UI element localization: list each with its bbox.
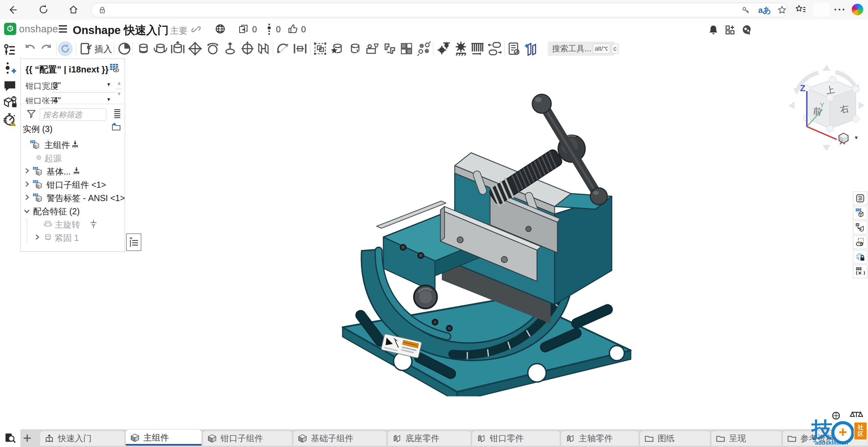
spring-icon[interactable] xyxy=(470,41,485,56)
tree-row[interactable]: 钳口子组件 <1> xyxy=(21,178,125,191)
link-icon[interactable] xyxy=(191,25,201,34)
filter-by-name-input[interactable] xyxy=(40,109,106,121)
scroll-up-icon[interactable]: ▲ xyxy=(117,80,122,86)
cylindrical-mate-icon[interactable] xyxy=(240,41,255,56)
expand-chevron-icon[interactable] xyxy=(23,167,31,175)
simulation-icon[interactable] xyxy=(453,41,468,56)
copies-icon[interactable] xyxy=(238,23,249,34)
thumbs-up-icon[interactable] xyxy=(288,23,298,34)
ball-mate-icon[interactable] xyxy=(205,41,220,56)
performance-icon[interactable] xyxy=(3,113,17,127)
ai-advisor-icon[interactable] xyxy=(741,24,752,36)
tree-row-mate-features[interactable]: 配合特征 (2) xyxy=(21,205,125,218)
tab-search-cell[interactable] xyxy=(0,429,20,447)
view-options-caret-icon[interactable]: ▼ xyxy=(854,135,859,140)
limit-rotate-icon[interactable] xyxy=(275,41,290,56)
tree-row[interactable]: 警告标签 - ANSI <1> xyxy=(21,192,125,204)
box-select-icon[interactable] xyxy=(313,41,328,56)
versions-icon[interactable] xyxy=(3,62,17,76)
hamburger-menu-icon[interactable] xyxy=(58,24,68,33)
named-positions-icon[interactable] xyxy=(365,41,380,56)
scroll-down-icon[interactable]: ▼ xyxy=(117,91,122,97)
limits-icon[interactable] xyxy=(89,219,98,229)
tab-renders[interactable]: 呈现 xyxy=(711,431,782,446)
exploded-view-icon[interactable] xyxy=(417,41,432,56)
favorites-bar-icon[interactable] xyxy=(795,4,806,15)
model-tree-icon[interactable] xyxy=(3,43,17,57)
config-table-icon[interactable] xyxy=(109,63,119,73)
browser-home-icon[interactable] xyxy=(68,4,79,15)
rollback-sync-icon[interactable] xyxy=(58,41,73,56)
config-param-row[interactable]: 钳口张开 4" ▼ xyxy=(21,94,125,104)
address-bar[interactable]: aあ xyxy=(91,3,787,17)
configurations-panel-button[interactable] xyxy=(853,206,867,220)
comments-icon[interactable] xyxy=(3,79,17,93)
slider-mate-icon[interactable] xyxy=(170,41,185,56)
lock-icon[interactable] xyxy=(98,5,107,15)
dropdown-caret-icon[interactable]: ▼ xyxy=(106,97,111,102)
document-title[interactable]: Onshape 快速入门 xyxy=(73,23,169,38)
where-used-icon[interactable] xyxy=(3,96,17,110)
collapse-chevron-icon[interactable] xyxy=(23,207,31,215)
tab-main-assembly[interactable]: 主组件 xyxy=(125,429,202,446)
onshape-logo-icon[interactable] xyxy=(4,23,16,35)
move-part-icon[interactable] xyxy=(348,41,363,56)
tree-row-mate[interactable]: 紧固 1 xyxy=(21,231,125,244)
public-globe-icon[interactable] xyxy=(215,23,226,34)
revolute-mate-icon[interactable] xyxy=(153,41,168,56)
standard-content-icon[interactable] xyxy=(330,41,345,56)
favorite-star-icon[interactable] xyxy=(777,5,787,15)
expand-chevron-icon[interactable] xyxy=(23,180,31,188)
linear-pattern-icon[interactable] xyxy=(399,41,414,56)
add-tab-icon[interactable] xyxy=(22,433,32,443)
browser-back-icon[interactable] xyxy=(7,4,18,15)
search-tools-field[interactable]: 搜索工具... alt/ c xyxy=(548,42,614,56)
vise-pivot-hub[interactable] xyxy=(414,285,437,309)
notifications-bell-icon[interactable] xyxy=(708,24,719,36)
tab-drawings[interactable]: 图纸 xyxy=(640,431,710,446)
bom-icon[interactable] xyxy=(506,41,521,56)
fastened-mate-icon[interactable] xyxy=(136,41,151,56)
expand-chevron-icon[interactable] xyxy=(33,233,41,241)
filter-funnel-icon[interactable] xyxy=(26,109,36,119)
copilot-icon[interactable] xyxy=(852,4,863,15)
viewcube-face-front[interactable]: 前 xyxy=(812,105,822,117)
expand-chevron-icon[interactable] xyxy=(23,193,31,201)
tree-row-origin[interactable]: 起源 xyxy=(21,152,125,165)
translate-icon[interactable]: aあ xyxy=(758,5,771,16)
limit-distance-icon[interactable] xyxy=(293,41,308,56)
replicate-icon[interactable] xyxy=(382,41,397,56)
tab-base-part[interactable]: 底座零件 xyxy=(387,431,471,446)
workspace-label[interactable]: 主要 xyxy=(170,25,188,37)
undo-icon[interactable] xyxy=(22,41,37,56)
appearance-panel-button[interactable] xyxy=(853,250,867,264)
list-view-icon[interactable] xyxy=(112,109,122,119)
tab-jaw-subassembly[interactable]: 钳口子组件 xyxy=(203,431,292,446)
tab-base-subassembly[interactable]: 基础子组件 xyxy=(293,431,387,446)
view-cube[interactable]: Y 上 前 右 Z X xyxy=(786,62,867,157)
browser-refresh-icon[interactable] xyxy=(38,4,49,15)
view-options-button[interactable] xyxy=(836,131,851,145)
display-states-icon[interactable] xyxy=(437,41,452,56)
belt-icon[interactable] xyxy=(487,41,502,56)
tree-row[interactable]: 基体... xyxy=(21,165,125,178)
redo-icon[interactable] xyxy=(39,41,54,56)
tab-guide[interactable]: 快速入门 xyxy=(40,431,125,446)
tab-spindle-part[interactable]: 主轴零件 xyxy=(561,431,639,446)
grounded-icon[interactable] xyxy=(72,166,81,176)
section-view-button[interactable] xyxy=(853,235,867,249)
grounded-icon[interactable] xyxy=(70,139,80,149)
browser-profile-avatar[interactable] xyxy=(813,3,830,16)
insert-icon[interactable] xyxy=(79,41,94,56)
browser-menu-icon[interactable] xyxy=(833,7,846,12)
viewcube-face-top[interactable]: 上 xyxy=(825,84,835,96)
snapshot-clock-icon[interactable] xyxy=(117,41,132,56)
dropdown-caret-icon[interactable]: ▼ xyxy=(106,82,111,87)
planar-mate-icon[interactable] xyxy=(188,41,203,56)
param-value[interactable]: 4" xyxy=(53,96,61,104)
tab-jaw-part[interactable]: 钳口零件 xyxy=(472,431,560,446)
insert-label[interactable]: 插入 xyxy=(94,43,112,55)
insert-instance-icon[interactable] xyxy=(111,121,121,132)
viewport-3d-model[interactable] xyxy=(333,94,639,396)
derived-parts-button[interactable] xyxy=(853,221,867,234)
